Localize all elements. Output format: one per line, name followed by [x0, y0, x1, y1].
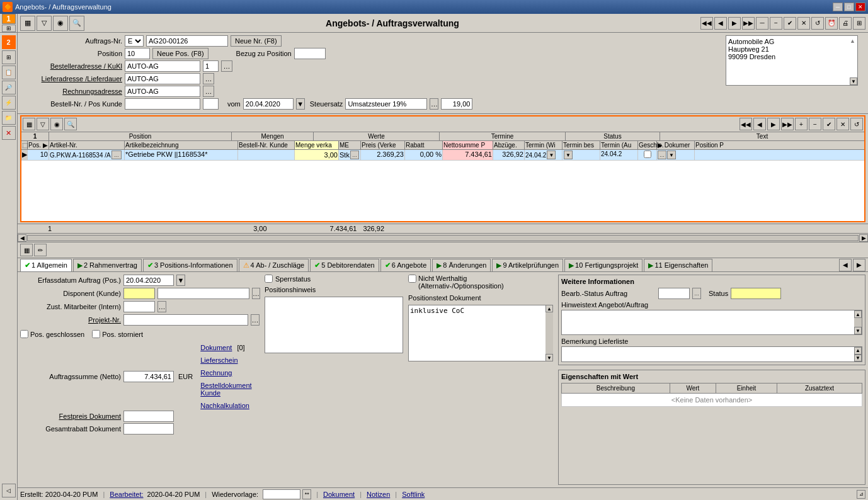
dokument-status-link[interactable]: Dokument: [323, 491, 355, 498]
row-geschl-check[interactable]: [644, 151, 651, 158]
row-dok-btn2[interactable]: ▼: [667, 151, 676, 159]
nav-print-btn[interactable]: 🖨: [839, 17, 852, 30]
col-bez-header[interactable]: Artikelbezeichnung: [125, 141, 238, 149]
tab-edit-btn[interactable]: ✏: [34, 244, 47, 256]
pos-storniert-check[interactable]: [92, 330, 100, 338]
liefer-btn[interactable]: …: [203, 73, 214, 84]
disponent-input1[interactable]: [123, 288, 155, 299]
nav-extra-btn[interactable]: ⊞: [853, 17, 865, 30]
festpreis-label[interactable]: Festpreis Dokument: [20, 412, 121, 420]
row-termin-bes[interactable]: ▼: [562, 150, 600, 160]
lp-btn-5[interactable]: 📁: [2, 111, 16, 125]
disponent-btn[interactable]: …: [252, 288, 260, 299]
col-artikel-header[interactable]: Artikel-Nr.: [49, 141, 125, 149]
hinweistext-scroll-down[interactable]: ▼: [854, 327, 862, 334]
position-input[interactable]: [125, 48, 150, 59]
tab-ab-zuschlaege[interactable]: ⚠ 4 Ab- / Zuschläge: [239, 259, 309, 271]
col-bestell-header[interactable]: Bestell-Nr. Kunde: [238, 141, 295, 149]
besteller-label[interactable]: Bestelleradresse / KuKl: [21, 62, 122, 70]
col-pos-header[interactable]: Pos. ▶: [28, 141, 49, 149]
tab-aenderungen[interactable]: ▶ 8 Änderungen: [432, 259, 491, 271]
nav-next-btn[interactable]: ▶: [728, 17, 741, 30]
rechnung-input[interactable]: [125, 86, 200, 97]
props-col-beschreibung[interactable]: Beschreibung: [562, 384, 670, 394]
tbl-nav-first[interactable]: ◀◀: [740, 118, 752, 130]
sperrstatus-check[interactable]: [265, 275, 273, 283]
tab-artikelpruef[interactable]: ▶ 9 Artikelprüfungen: [492, 259, 563, 271]
tab-fertigung[interactable]: ▶ 10 Fertigungsprojekt: [564, 259, 642, 271]
disponent-input2[interactable]: [157, 288, 249, 299]
col-geschl-header[interactable]: Geschlo.: [638, 141, 657, 149]
tab-positions-info[interactable]: ✔ 3 Positions-Informationen: [143, 259, 237, 271]
nicht-werthaltig-check[interactable]: [408, 275, 416, 283]
rechnung-link[interactable]: Rechnung: [200, 369, 232, 377]
tbl-nav-plus[interactable]: +: [795, 118, 808, 130]
view-btn[interactable]: ◉: [53, 16, 68, 31]
grid-btn[interactable]: ▦: [20, 16, 35, 31]
festpreis-input[interactable]: [123, 411, 174, 422]
props-col-einheit[interactable]: Einheit: [716, 384, 777, 394]
row-termin-wi-btn[interactable]: ▼: [547, 151, 556, 159]
h-scrollbar[interactable]: ◀ ▶: [18, 234, 868, 242]
wiedervorlage-input[interactable]: [263, 489, 300, 499]
projekt-btn[interactable]: …: [251, 314, 260, 326]
col-rabatt-header[interactable]: Rabatt: [405, 141, 443, 149]
nav-check-btn[interactable]: ✔: [784, 17, 796, 30]
softlink-status-link[interactable]: Softlink: [402, 491, 425, 498]
close-btn[interactable]: ✕: [855, 3, 865, 11]
props-col-zusatztext[interactable]: Zusatztext: [777, 384, 862, 394]
nav-last-btn[interactable]: ▶▶: [742, 17, 755, 30]
lieferschein-link[interactable]: Lieferschein: [200, 356, 237, 364]
sidebar-btn-1[interactable]: 1: [2, 14, 16, 24]
bearb-status-input1[interactable]: [658, 288, 690, 299]
row-dok-btn[interactable]: …: [658, 151, 666, 159]
tab-eigenschaften[interactable]: ▶ 11 Eigenschaften: [644, 259, 712, 271]
nav-minus-btn[interactable]: −: [770, 17, 782, 30]
positionshinweis-textarea[interactable]: [265, 297, 403, 353]
table-grid-btn[interactable]: ▦: [23, 118, 35, 130]
row-me[interactable]: Stk …: [339, 150, 361, 160]
pos-geschlossen-check[interactable]: [20, 330, 28, 338]
lp-btn-6[interactable]: ✕: [2, 126, 16, 140]
filter-btn[interactable]: ▽: [37, 16, 52, 31]
tbl-nav-refresh[interactable]: ↺: [850, 118, 863, 130]
tbl-nav-next[interactable]: ▶: [767, 118, 780, 130]
auftrags-nr-input[interactable]: [146, 35, 228, 47]
nav-clock-btn[interactable]: ⏰: [825, 17, 838, 30]
minimize-btn[interactable]: ─: [833, 3, 843, 11]
col-abz-header[interactable]: Abzüge.: [493, 141, 525, 149]
scroll-right-btn[interactable]: ▶: [859, 234, 868, 242]
tab-debitor[interactable]: ✔ 5 Debitorendaten: [310, 259, 379, 271]
tab-scroll-right[interactable]: ▶: [853, 259, 865, 271]
notizen-status-link[interactable]: Notizen: [367, 491, 390, 498]
col-preis-header[interactable]: Preis (Verke: [361, 141, 405, 149]
tab-rahmenvertrag[interactable]: ▶ 2 Rahmenvertrag: [73, 259, 142, 271]
bestelldokument-link[interactable]: Bestelldokument Kunde: [200, 382, 260, 397]
positionstext-textarea[interactable]: inklusive CoC: [408, 305, 553, 361]
wiedervorlage-btn[interactable]: **: [302, 489, 311, 499]
row-termin-wi[interactable]: 24.04.2 ▼: [525, 150, 562, 160]
row-me-btn[interactable]: …: [350, 151, 359, 159]
besteller-btn[interactable]: …: [221, 60, 232, 72]
tbl-nav-x[interactable]: ✕: [837, 118, 849, 130]
lp-btn-3[interactable]: 🔎: [2, 81, 16, 94]
erfassdatum-dropdown[interactable]: ▼: [176, 275, 185, 286]
bearbeitet-label[interactable]: Bearbeitet:: [110, 491, 143, 498]
search-btn[interactable]: 🔍: [69, 16, 84, 31]
status-input[interactable]: [731, 288, 781, 299]
row-menge[interactable]: 3,00: [295, 150, 339, 160]
tbl-nav-minus[interactable]: −: [809, 118, 821, 130]
lp-btn-4[interactable]: ⚡: [2, 96, 16, 110]
hinweistext-scroll-up[interactable]: ▲: [854, 310, 862, 318]
postext-scroll-down[interactable]: ▼: [545, 354, 553, 361]
nav-prev-btn[interactable]: ◀: [714, 17, 727, 30]
badge-2[interactable]: 2: [2, 35, 16, 49]
row-termin-bes-btn[interactable]: ▼: [564, 151, 573, 159]
nav-x-btn[interactable]: ✕: [797, 17, 810, 30]
zust-btn[interactable]: …: [157, 301, 166, 312]
projekt-label[interactable]: Projekt-Nr.: [20, 316, 121, 324]
scroll-left-btn[interactable]: ◀: [18, 234, 26, 242]
lp-btn-2[interactable]: 📋: [2, 65, 16, 79]
col-dok-header[interactable]: ▶ Dokumer: [657, 141, 695, 149]
props-col-wert[interactable]: Wert: [670, 384, 716, 394]
